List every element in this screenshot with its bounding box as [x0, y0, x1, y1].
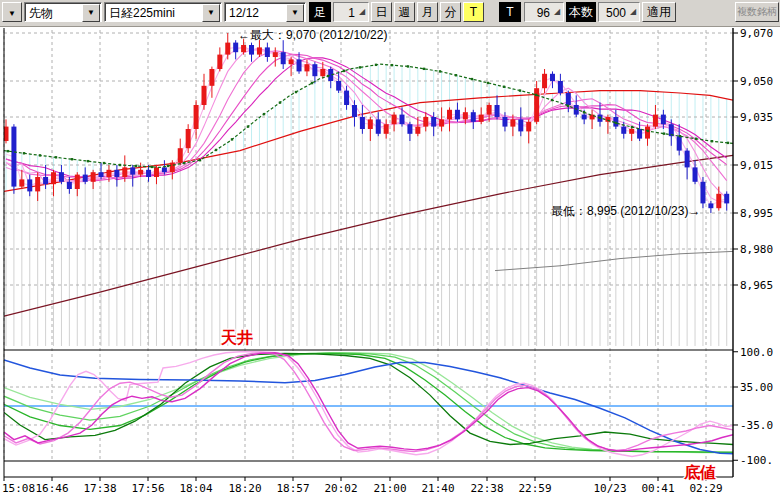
chevron-down-icon[interactable]: ▼: [82, 4, 100, 22]
svg-text:18:57: 18:57: [276, 482, 309, 495]
svg-text:8,980: 8,980: [740, 243, 773, 256]
tick-count-label: T: [499, 2, 521, 22]
svg-text:-100.: -100.: [740, 454, 773, 467]
symbol-value: 日経225mini: [109, 4, 175, 22]
svg-text:9,050: 9,050: [740, 75, 773, 88]
chart-options-dropdown-button[interactable]: ▼: [2, 2, 22, 22]
multi-symbol-button-label: 複数銘柄: [737, 6, 777, 17]
apply-button[interactable]: 適用: [642, 2, 676, 22]
svg-text:20:02: 20:02: [324, 482, 357, 495]
symbol-select[interactable]: 日経225mini ▼: [104, 2, 222, 22]
chevron-down-icon[interactable]: ▼: [202, 4, 220, 22]
price-chart-canvas[interactable]: 9,0709,0509,0359,0158,9958,9808,965100.0…: [0, 0, 780, 500]
spinner-icon[interactable]: ◢: [357, 6, 367, 18]
svg-text:22:38: 22:38: [470, 482, 503, 495]
svg-text:22:59: 22:59: [518, 482, 551, 495]
svg-text:9,070: 9,070: [740, 27, 773, 40]
timeframe-month-button[interactable]: 月: [417, 2, 438, 22]
svg-text:100.0: 100.0: [740, 346, 773, 359]
bar-interval-value: 1: [348, 4, 355, 22]
tick-count-value: 96: [537, 4, 550, 22]
contract-month-select[interactable]: 12/12 ▼: [224, 2, 306, 22]
svg-text:21:40: 21:40: [421, 482, 454, 495]
spinner-icon[interactable]: ◢: [628, 6, 638, 18]
timeframe-week-button[interactable]: 週: [394, 2, 415, 22]
chevron-down-icon: ▼: [8, 9, 16, 18]
svg-text:00:41: 00:41: [641, 482, 674, 495]
instrument-type-select[interactable]: 先物 ▼: [24, 2, 102, 22]
min-price-annotation: 最低：8,995 (2012/10/23)→: [551, 203, 700, 220]
svg-text:9,015: 9,015: [740, 159, 773, 172]
timeframe-tick-button[interactable]: T: [463, 2, 484, 22]
timeframe-minute-button[interactable]: 分: [440, 2, 461, 22]
contract-month-value: 12/12: [229, 4, 259, 22]
bottom-signal-label: 底値: [684, 463, 716, 484]
chart-app-window: 9,0709,0509,0359,0158,9958,9808,965100.0…: [0, 0, 780, 500]
chevron-down-icon[interactable]: ▼: [286, 4, 304, 22]
svg-text:-35.0: -35.0: [740, 419, 773, 432]
svg-text:18:20: 18:20: [228, 482, 261, 495]
bar-type-label: 足: [309, 2, 331, 22]
multi-symbol-button[interactable]: 複数銘柄: [735, 2, 779, 22]
tick-count-input[interactable]: 96 ◢: [524, 2, 564, 22]
svg-text:18:04: 18:04: [179, 482, 212, 495]
max-price-annotation: ←最大：9,070 (2012/10/22): [238, 27, 387, 44]
bar-interval-input[interactable]: 1 ◢: [333, 2, 369, 22]
svg-text:15:08: 15:08: [2, 482, 35, 495]
toolbar: ▼ 先物 ▼ 日経225mini ▼ 12/12 ▼ 足 1 ◢ 日 週 月 分…: [0, 0, 780, 27]
svg-text:9,035: 9,035: [740, 111, 773, 124]
bar-count-label: 本数: [566, 2, 596, 22]
svg-text:21:00: 21:00: [373, 482, 406, 495]
bar-count-input[interactable]: 500 ◢: [598, 2, 640, 22]
svg-text:16:46: 16:46: [35, 482, 68, 495]
timeframe-day-button[interactable]: 日: [371, 2, 392, 22]
svg-text:10/23: 10/23: [593, 482, 626, 495]
instrument-type-value: 先物: [29, 4, 53, 22]
bar-count-value: 500: [606, 4, 626, 22]
ceiling-signal-label: 天井: [221, 328, 253, 349]
svg-text:8,995: 8,995: [740, 207, 773, 220]
svg-text:17:56: 17:56: [131, 482, 164, 495]
svg-text:8,965: 8,965: [740, 279, 773, 292]
svg-text:35.00: 35.00: [740, 381, 773, 394]
spinner-icon[interactable]: ◢: [552, 6, 562, 18]
svg-text:17:38: 17:38: [83, 482, 116, 495]
